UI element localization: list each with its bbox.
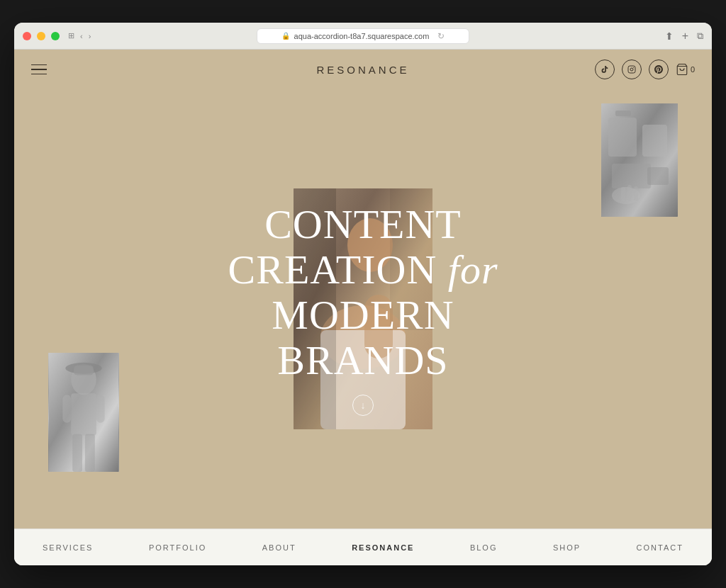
share-icon[interactable]: ⬆ — [665, 30, 674, 42]
pinterest-icon[interactable] — [649, 60, 669, 79]
title-bar: ⊞ ‹ › 🔒 aqua-accordion-t8a7.squarespace.… — [14, 23, 712, 50]
url-bar[interactable]: 🔒 aqua-accordion-t8a7.squarespace.com ↻ — [257, 28, 469, 44]
left-photo-image — [48, 353, 119, 472]
forward-button[interactable]: › — [89, 32, 91, 40]
svg-rect-8 — [71, 393, 96, 435]
site-header: RESONANCE — [14, 50, 712, 89]
center-photo-image — [294, 188, 432, 429]
svg-rect-19 — [390, 188, 432, 330]
svg-point-14 — [347, 218, 393, 272]
site-logo[interactable]: RESONANCE — [316, 64, 409, 76]
reload-icon[interactable]: ↻ — [437, 31, 445, 41]
minimize-button[interactable] — [37, 32, 45, 40]
cart-count: 0 — [691, 65, 695, 74]
url-text: aqua-accordion-t8a7.squarespace.com — [294, 32, 430, 40]
instagram-icon[interactable] — [622, 60, 642, 79]
svg-rect-10 — [96, 395, 105, 423]
svg-point-2 — [633, 67, 634, 68]
nav-shop[interactable]: SHOP — [553, 543, 581, 552]
svg-rect-29 — [634, 186, 638, 201]
svg-rect-17 — [364, 295, 393, 358]
sidebar-toggle-icon[interactable]: ⊞ — [68, 31, 74, 40]
maximize-button[interactable] — [51, 32, 60, 40]
svg-rect-22 — [615, 111, 631, 116]
svg-rect-7 — [74, 366, 94, 375]
nav-services[interactable]: SERVICES — [43, 543, 93, 552]
svg-rect-23 — [642, 125, 667, 157]
svg-rect-12 — [85, 434, 95, 472]
mac-window: ⊞ ‹ › 🔒 aqua-accordion-t8a7.squarespace.… — [14, 23, 712, 565]
close-button[interactable] — [23, 32, 31, 40]
cart-icon[interactable]: 0 — [676, 63, 695, 76]
svg-rect-25 — [647, 167, 669, 185]
nav-about[interactable]: ABOUT — [262, 543, 296, 552]
site-nav: SERVICES PORTFOLIO ABOUT RESONANCE BLOG … — [14, 528, 712, 565]
svg-rect-18 — [294, 188, 336, 429]
right-photo — [601, 103, 678, 217]
svg-rect-9 — [62, 395, 71, 423]
back-button[interactable]: ‹ — [80, 32, 83, 40]
header-right: 0 — [595, 60, 695, 79]
tiktok-icon[interactable] — [595, 60, 615, 79]
right-photo-image — [601, 103, 678, 217]
nav-contact[interactable]: CONTACT — [637, 543, 683, 552]
nav-portfolio[interactable]: PORTFOLIO — [149, 543, 206, 552]
nav-resonance[interactable]: RESONANCE — [352, 543, 414, 552]
svg-rect-11 — [72, 434, 82, 472]
left-photo — [48, 353, 119, 472]
lock-icon: 🔒 — [281, 32, 290, 40]
traffic-lights — [23, 32, 60, 40]
title-bar-right: ⬆ + ⧉ — [665, 30, 703, 43]
svg-rect-27 — [621, 187, 625, 201]
svg-rect-21 — [608, 118, 637, 157]
site-wrapper: RESONANCE — [14, 50, 712, 565]
tab-overview-icon[interactable]: ⧉ — [697, 30, 703, 42]
nav-blog[interactable]: BLOG — [470, 543, 498, 552]
svg-rect-24 — [612, 164, 651, 188]
svg-rect-0 — [628, 66, 635, 73]
hamburger-menu[interactable] — [31, 64, 47, 75]
svg-rect-28 — [627, 185, 632, 201]
svg-point-1 — [630, 68, 633, 71]
center-photo — [294, 188, 432, 429]
window-controls: ⊞ ‹ › — [68, 31, 91, 40]
hero-area: CONTENT CREATION for MODERN BRANDS ↓ — [14, 89, 712, 528]
new-tab-icon[interactable]: + — [682, 30, 688, 43]
